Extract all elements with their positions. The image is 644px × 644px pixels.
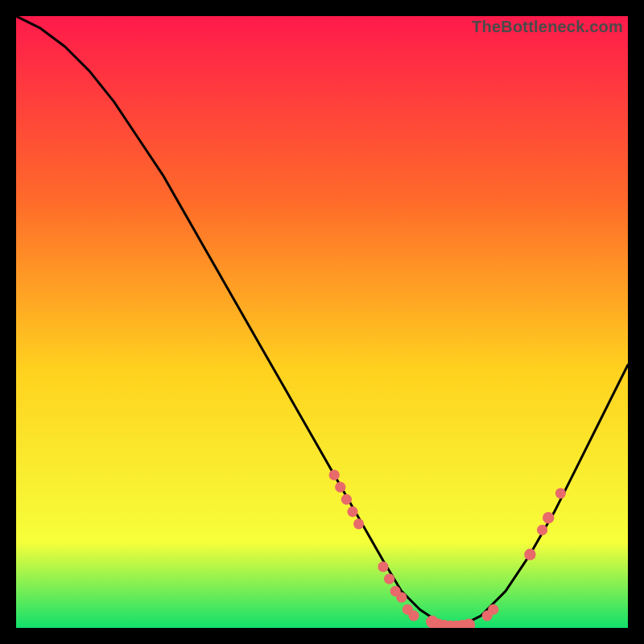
curve-marker: [353, 518, 364, 529]
watermark-label: TheBottleneck.com: [472, 18, 623, 36]
gradient-background: [16, 16, 628, 628]
curve-marker: [335, 482, 345, 493]
curve-marker: [488, 605, 498, 615]
curve-marker: [347, 506, 357, 517]
curve-marker: [524, 549, 535, 560]
curve-marker: [329, 469, 340, 480]
curve-marker: [378, 561, 388, 572]
curve-marker: [341, 494, 352, 505]
curve-marker: [384, 574, 394, 584]
bottleneck-chart: [16, 16, 628, 628]
chart-frame: TheBottleneck.com: [16, 16, 628, 628]
curve-marker: [555, 488, 566, 498]
curve-marker: [408, 610, 419, 621]
curve-marker: [543, 512, 554, 523]
curve-marker: [396, 592, 407, 602]
curve-marker: [537, 525, 547, 535]
